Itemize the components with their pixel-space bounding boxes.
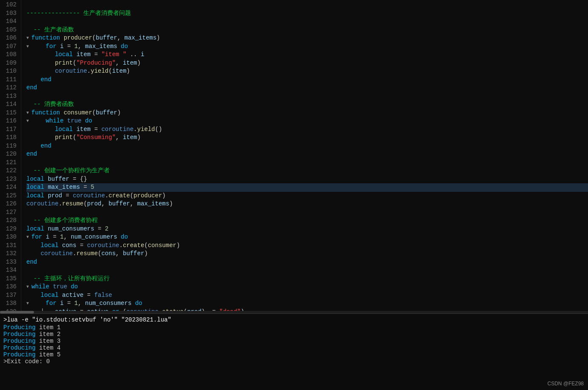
code-line: │ active = active or (coroutine.status(p… [26,308,588,311]
code-line: end [26,142,588,151]
scrollbar[interactable] [0,311,588,313]
terminal-output-line: Producing item 2 [3,331,585,338]
code-line: local max_items = 5 [26,183,588,192]
code-line: local item = "item " .. i [26,51,588,59]
code-line: -- 生产者函数 [26,26,588,34]
fold-icon[interactable]: ▼ [26,283,31,291]
code-line: end [26,84,588,92]
code-line: -- 消费者函数 [26,100,588,109]
code-line: -- 主循环，让所有协程运行 [26,275,588,283]
fold-icon[interactable]: ▼ [26,233,31,242]
code-line: local active = false [26,291,588,300]
code-line: ▼ while true do [26,117,588,125]
code-line: local buffer = {} [26,175,588,184]
watermark: CSDN @FEZ98 [547,381,584,387]
code-line: end [26,258,588,267]
code-line: print("Producing", item) [26,59,588,68]
fold-icon[interactable]: ▼ [26,34,31,43]
code-line: ▼for i = 1, num_consumers do [26,233,588,242]
fold-icon[interactable]: ▼ [26,43,31,51]
terminal: >lua -e "io.stdout:setvbuf 'no'" "202308… [0,313,588,390]
code-line [26,17,588,26]
code-content[interactable]: --------------- 生产者消费者问题 -- 生产者函数 ▼funct… [21,0,588,311]
terminal-output-line: Producing item 4 [3,344,585,351]
terminal-output-line: Producing item 1 [3,324,585,331]
terminal-exit: >Exit code: 0 [3,358,585,365]
code-line: ▼ for i = 1, num_consumers do [26,299,588,308]
terminal-output: Producing item 1 Producing item 2 Produc… [3,324,585,358]
code-line: ▼ for i = 1, max_items do [26,43,588,51]
line-numbers: 102 103 104 105 106 107 108 109 110 111 … [0,0,21,311]
code-line: ▼while true do [26,283,588,291]
terminal-output-line: Producing item 5 [3,351,585,358]
terminal-output-line: Producing item 3 [3,338,585,344]
code-line: ▼function producer(buffer, max_items) [26,34,588,43]
code-line: end [26,150,588,159]
code-editor: 102 103 104 105 106 107 108 109 110 111 … [0,0,588,311]
code-line [26,159,588,167]
code-line [26,1,588,9]
code-line: local item = coroutine.yield() [26,125,588,134]
fold-icon[interactable]: ▼ [26,117,31,125]
code-line: --------------- 生产者消费者问题 [26,9,588,18]
fold-icon[interactable]: ▼ [26,109,31,117]
terminal-command: >lua -e "io.stdout:setvbuf 'no'" "202308… [3,316,585,323]
code-line: coroutine.resume(prod, buffer, max_items… [26,200,588,208]
code-line: -- 创建多个消费者协程 [26,216,588,225]
code-line [26,208,588,217]
code-line: print("Consuming", item) [26,134,588,142]
code-line: -- 创建一个协程作为生产者 [26,167,588,175]
code-line: coroutine.resume(cons, buffer) [26,250,588,258]
code-line [26,266,588,275]
fold-icon[interactable]: ▼ [26,299,31,308]
code-line: coroutine.yield(item) [26,67,588,76]
code-line: ▼function consumer(buffer) [26,109,588,117]
code-line: end [26,76,588,84]
code-line [26,92,588,101]
code-line: local cons = coroutine.create(consumer) [26,242,588,250]
code-line: local prod = coroutine.create(producer) [26,192,588,200]
code-line: local num_consumers = 2 [26,225,588,233]
